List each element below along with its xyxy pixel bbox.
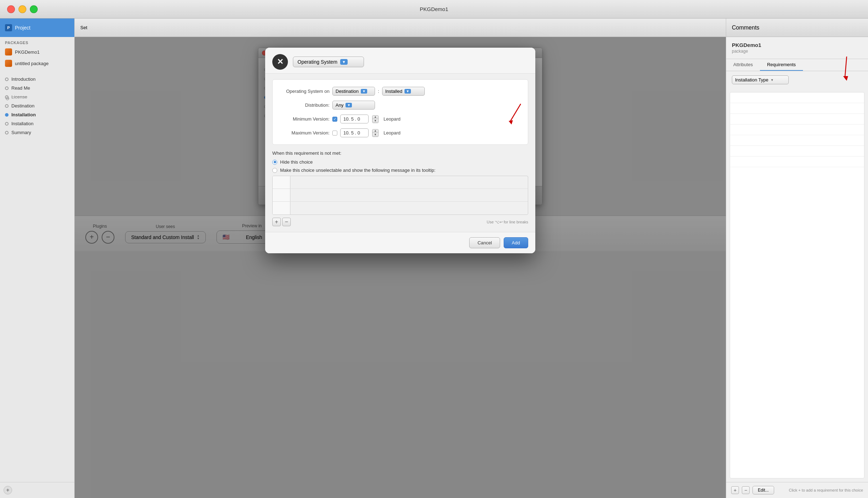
close-button[interactable] <box>7 5 15 13</box>
dropdown-arrow: ▼ <box>771 78 774 82</box>
radio-unselectable-label: Make this choice unselectable and show t… <box>280 168 435 173</box>
table-row <box>730 146 864 157</box>
modal-dialog: ✕ Operating System ▼ Operat <box>265 48 535 253</box>
sidebar-step-installation2[interactable]: Installation <box>0 119 74 128</box>
distribution-select[interactable]: Any ▼ <box>332 101 375 110</box>
max-version-up[interactable]: ▲ <box>373 129 378 133</box>
step-label-summary: Summary <box>11 130 31 135</box>
content-top-label: Set <box>80 25 87 30</box>
min-version-up[interactable]: ▲ <box>373 116 378 119</box>
step-label-license: License <box>11 94 27 100</box>
right-panel-header: Comments <box>726 18 868 37</box>
right-panel-top: PKGDemo1 package <box>726 37 868 59</box>
packages-label: Packages <box>0 37 74 46</box>
step-label-destination: Destination <box>11 103 34 108</box>
radio-unselectable[interactable]: Make this choice unselectable and show t… <box>272 168 528 173</box>
minimize-button[interactable] <box>18 5 26 13</box>
table-remove-button[interactable]: − <box>282 218 291 226</box>
add-button[interactable]: Add <box>504 237 528 248</box>
radio-hide[interactable]: Hide this choice <box>272 159 528 165</box>
step-dot-installation2 <box>5 122 9 126</box>
max-version-checkbox[interactable] <box>332 131 337 136</box>
sidebar-step-introduction[interactable]: Introduction <box>0 75 74 84</box>
pkg-name-2: untitled package <box>15 61 49 66</box>
step-label-installation: Installation <box>11 112 36 117</box>
tooltip-cell-left-1 <box>273 176 290 189</box>
cancel-button[interactable]: Cancel <box>469 237 500 248</box>
max-version-value: 10. 5 . 0 <box>343 130 360 136</box>
max-version-stepper[interactable]: ▲ ▼ <box>372 129 379 137</box>
modal-dropdown[interactable]: Operating System ▼ <box>293 57 364 67</box>
modal-row-min-version: Minimum Version: ✓ 10. 5 . 0 ▲ ▼ Leopard <box>280 115 521 123</box>
modal-panel: Operating System on Destination ▼ : Inst… <box>272 79 528 145</box>
table-row <box>730 157 864 167</box>
any-arrow: ▼ <box>345 103 352 107</box>
content-top-bar: Set <box>75 18 726 37</box>
modal-row-max-version: Maximum Version: 10. 5 . 0 ▲ ▼ Leopard <box>280 128 521 137</box>
min-version-checkbox[interactable]: ✓ <box>332 117 337 122</box>
step-dot-summary <box>5 131 9 134</box>
max-version-down[interactable]: ▼ <box>373 133 378 137</box>
modal-row-os: Operating System on Destination ▼ : Inst… <box>280 87 521 96</box>
tooltip-row-1 <box>273 176 528 189</box>
sidebar-step-readme[interactable]: ✕ Read Me <box>0 84 74 92</box>
rpanel-add-button[interactable]: + <box>731 486 739 494</box>
tooltip-row-2 <box>273 189 528 202</box>
sidebar-step-license[interactable]: License <box>0 92 74 101</box>
right-panel-bottom: + − Edit... Click + to add a requirement… <box>726 482 868 498</box>
line-breaks-hint: Use ⌥↩ for line breaks <box>487 220 528 224</box>
tab-attributes[interactable]: Attributes <box>726 59 760 71</box>
tooltip-row-3 <box>273 202 528 214</box>
window-title: PKGDemo1 <box>420 6 448 12</box>
window-controls[interactable] <box>7 5 38 13</box>
rpanel-remove-button[interactable]: − <box>742 486 750 494</box>
table-actions: + − Use ⌥↩ for line breaks <box>272 218 528 226</box>
destination-arrow: ▼ <box>361 89 367 94</box>
min-version-down[interactable]: ▼ <box>373 119 378 123</box>
sidebar-item-pkgdemo1[interactable]: PKGDemo1 <box>0 46 74 58</box>
tab-requirements[interactable]: Requirements <box>760 59 803 71</box>
min-version-value: 10. 5 . 0 <box>343 116 360 122</box>
table-row <box>730 114 864 124</box>
maximize-button[interactable] <box>30 5 38 13</box>
step-label-readme-text: Read Me <box>11 85 30 91</box>
radio-hide-btn[interactable] <box>272 160 277 165</box>
when-section: When this requirement is not met: Hide t… <box>272 150 528 226</box>
rpanel-hint: Click + to add a requirement for this ch… <box>789 488 863 492</box>
os-on-label: Operating System on <box>280 89 329 94</box>
radio-unselectable-btn[interactable] <box>272 168 277 173</box>
project-header[interactable]: P Project <box>0 18 74 37</box>
step-dot-readme <box>5 86 9 90</box>
destination-select[interactable]: Destination ▼ <box>332 87 375 96</box>
rpanel-edit-button[interactable]: Edit... <box>752 486 774 494</box>
table-row <box>730 92 864 103</box>
installation-type-dropdown[interactable]: Installation Type ▼ <box>732 75 789 84</box>
svg-marker-3 <box>509 120 513 124</box>
installed-select[interactable]: Installed ▼ <box>382 87 425 96</box>
sidebar-step-destination[interactable]: Destination <box>0 101 74 110</box>
table-row <box>730 103 864 114</box>
min-version-field[interactable]: 10. 5 . 0 <box>340 115 369 123</box>
min-leopard-label: Leopard <box>384 116 401 122</box>
sidebar: P Project Packages PKGDemo1 untitled pac… <box>0 18 75 498</box>
sidebar-step-installation[interactable]: Installation <box>0 110 74 119</box>
any-label: Any <box>336 102 343 108</box>
max-version-field[interactable]: 10. 5 . 0 <box>340 128 369 137</box>
max-leopard-label: Leopard <box>384 130 401 136</box>
modal-dropdown-arrow: ▼ <box>340 59 348 65</box>
modal-dropdown-label: Operating System <box>298 59 337 65</box>
sidebar-item-untitled[interactable]: untitled package <box>0 58 74 69</box>
sidebar-step-summary[interactable]: Summary <box>0 128 74 137</box>
title-bar: PKGDemo1 <box>0 0 868 18</box>
step-label-introduction: Introduction <box>11 76 36 82</box>
table-add-button[interactable]: + <box>272 218 281 226</box>
pkg-icon <box>5 48 12 55</box>
min-version-stepper[interactable]: ▲ ▼ <box>372 115 379 123</box>
right-panel-dropdown-row: Installation Type ▼ <box>726 71 868 89</box>
table-row <box>730 167 864 178</box>
right-panel-project-subtitle: package <box>732 49 862 54</box>
when-label: When this requirement is not met: <box>272 150 528 156</box>
destination-label: Destination <box>336 89 359 94</box>
add-package-button[interactable]: + <box>4 486 12 494</box>
tooltip-cell-left-2 <box>273 189 290 201</box>
